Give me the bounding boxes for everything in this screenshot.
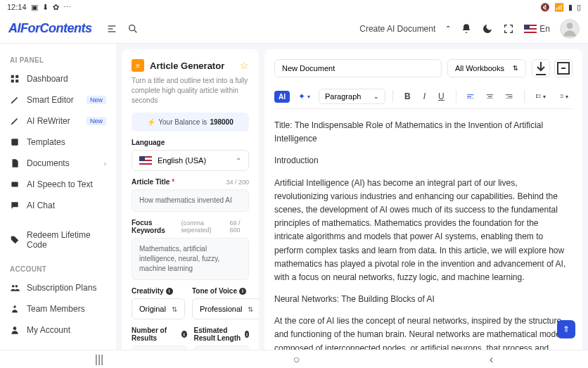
tone-select[interactable]: Professional⇅	[192, 298, 259, 319]
bullet-list-button[interactable]: ▾	[532, 91, 550, 103]
ai-button[interactable]: AI	[274, 91, 290, 103]
pen-icon	[10, 95, 20, 105]
creativity-label: Creativityi	[132, 287, 185, 295]
generator-title: Article Generator	[150, 61, 224, 71]
sidebar-item-templates[interactable]: Templates	[0, 132, 116, 153]
svg-rect-7	[15, 75, 18, 78]
sidebar-item-label: My Account	[27, 325, 70, 335]
sidebar-item-chat[interactable]: AI Chat	[0, 195, 116, 216]
sidebar-item-label: AI Speech to Text	[27, 179, 93, 189]
document-icon: ≡	[132, 59, 144, 72]
nav-back-icon[interactable]: ‹	[490, 353, 493, 366]
sparkle-button[interactable]: ✦▾	[294, 89, 314, 104]
sidebar-item-label: Team Members	[27, 304, 85, 314]
document-body[interactable]: Title: The Indispensable Role of Mathema…	[274, 119, 573, 353]
sidebar-item-redeem[interactable]: Redeem Lifetime Code	[0, 224, 116, 255]
sidebar-item-label: Subscription Plans	[27, 283, 96, 293]
info-icon[interactable]: i	[245, 331, 249, 338]
article-title-input[interactable]: How mathematics invented AI	[132, 189, 249, 212]
language-selector[interactable]: En	[524, 24, 550, 34]
download-icon: ⬇	[42, 3, 49, 12]
tag-icon	[10, 235, 20, 245]
doc-paragraph: Artificial Intelligence (AI) has become …	[274, 177, 570, 285]
image-icon: ▣	[31, 3, 38, 12]
balance-display: ⚡ Your Balance is 198000	[132, 113, 249, 132]
align-center-button[interactable]	[482, 91, 497, 102]
doc-heading: Neural Networks: The Building Blocks of …	[274, 293, 570, 306]
keywords-input[interactable]: Mathematics, artificial intelligence, ne…	[132, 238, 249, 280]
menu-toggle-icon[interactable]	[106, 23, 117, 34]
moon-icon[interactable]	[482, 23, 493, 34]
flag-icon	[139, 156, 152, 165]
sidebar-item-documents[interactable]: Documents›	[0, 153, 116, 174]
new-badge: New	[87, 96, 106, 104]
scroll-top-button[interactable]: ⇑	[557, 320, 575, 338]
sidebar-item-label: Dashboard	[27, 74, 68, 84]
sidebar-item-team[interactable]: Team Members	[0, 298, 116, 319]
app-logo[interactable]: AIForContents	[8, 21, 92, 36]
speech-icon	[10, 179, 20, 189]
sort-icon: ⇅	[248, 305, 253, 313]
sidebar-item-label: AI ReWriter	[27, 116, 70, 126]
settings-icon: ✿	[53, 3, 59, 12]
align-right-button[interactable]	[501, 91, 516, 102]
tone-label: Tone of Voicei	[192, 287, 259, 295]
creativity-select[interactable]: Original⇅	[132, 298, 185, 319]
svg-rect-8	[11, 80, 14, 82]
download-button[interactable]	[532, 59, 550, 77]
number-list-button[interactable]: ▾	[554, 91, 573, 103]
more-icon: ⋯	[63, 3, 71, 12]
user-avatar[interactable]	[560, 19, 580, 39]
nav-home-icon[interactable]: ○	[293, 353, 300, 366]
info-icon[interactable]: i	[166, 288, 173, 295]
plans-icon	[10, 283, 20, 293]
sidebar-item-rewriter[interactable]: AI ReWriterNew	[0, 110, 116, 132]
bell-icon[interactable]	[461, 23, 472, 34]
sidebar-item-account[interactable]: My Account	[0, 319, 116, 341]
underline-button[interactable]: U	[434, 89, 449, 104]
sort-icon: ⇅	[172, 305, 177, 313]
generator-description: Turn a title and outline text into a ful…	[132, 76, 249, 106]
doc-heading: Introduction	[274, 154, 570, 167]
info-icon[interactable]: i	[239, 288, 246, 295]
nav-recent-icon[interactable]: |||	[95, 353, 103, 366]
sidebar-section-label: ACCOUNT	[0, 261, 116, 277]
create-document-button[interactable]: Create AI Document	[359, 24, 435, 34]
bolt-icon: ⚡	[147, 118, 155, 126]
signal-icon: ▮	[568, 3, 573, 12]
status-time: 12:14	[7, 3, 27, 11]
flag-icon	[524, 25, 537, 33]
svg-rect-11	[11, 182, 18, 187]
workbook-select[interactable]: All Workbooks⇅	[447, 59, 526, 77]
sidebar-item-label: Smart Editor	[27, 95, 74, 105]
sidebar-item-speech[interactable]: AI Speech to Text	[0, 174, 116, 195]
keywords-label: Focus Keywords (comma seperated)69 / 600	[132, 219, 249, 234]
divider	[524, 90, 525, 103]
language-select[interactable]: English (USA)⌃	[132, 150, 249, 171]
export-button[interactable]	[554, 59, 573, 77]
align-left-button[interactable]	[463, 91, 478, 102]
star-icon[interactable]: ☆	[240, 60, 249, 71]
bold-button[interactable]: B	[400, 89, 415, 104]
fullscreen-icon[interactable]	[503, 23, 514, 34]
chevron-up-icon[interactable]: ⌃	[445, 25, 451, 32]
account-icon	[10, 325, 20, 335]
sidebar-item-label: Redeem Lifetime Code	[27, 230, 106, 250]
doc-title: Title: The Indispensable Role of Mathema…	[274, 119, 570, 146]
sidebar-item-dashboard[interactable]: Dashboard	[0, 68, 116, 89]
rewrite-icon	[10, 116, 20, 126]
svg-point-3	[129, 25, 134, 30]
search-icon[interactable]	[127, 23, 139, 34]
paragraph-select[interactable]: Paragraph⌄	[319, 89, 385, 104]
team-icon	[10, 304, 20, 314]
italic-button[interactable]: I	[419, 89, 430, 104]
documents-icon	[10, 158, 20, 168]
document-name-input[interactable]: New Document	[274, 59, 442, 77]
length-label: Estimated Result Lengthi	[194, 326, 250, 342]
templates-icon	[10, 137, 20, 147]
chevron-right-icon: ›	[104, 160, 106, 167]
sidebar-item-smart-editor[interactable]: Smart EditorNew	[0, 89, 116, 110]
sidebar-item-plans[interactable]: Subscription Plans	[0, 277, 116, 298]
svg-point-27	[536, 97, 537, 99]
info-icon[interactable]: i	[181, 331, 187, 338]
